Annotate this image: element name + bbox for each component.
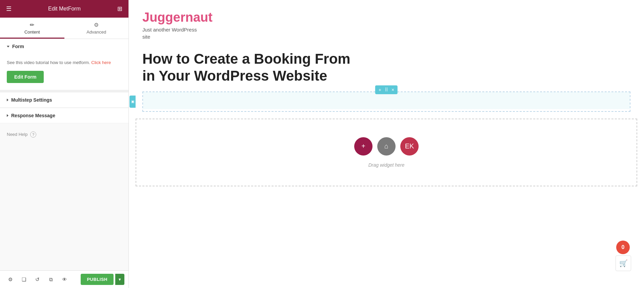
sidebar-tabs: ✏ Content ⚙ Advanced (0, 18, 128, 39)
hamburger-icon[interactable]: ☰ (6, 5, 12, 13)
site-title: Juggernaut (142, 10, 630, 25)
sidebar-content: Form See this video tutorial how to use … (0, 39, 128, 270)
widget-handle-icon: ▣ (131, 100, 134, 103)
form-chevron-icon (7, 46, 9, 47)
ek-widget-btn[interactable]: EK (400, 137, 419, 156)
tab-advanced-label: Advanced (86, 29, 106, 35)
notification-badge[interactable]: 0 (616, 241, 630, 254)
need-help-text: Need Help (7, 132, 27, 137)
history-icon-btn[interactable]: ↺ (31, 273, 43, 286)
widget-close-btn[interactable]: × (390, 86, 396, 93)
multistep-chevron-icon (7, 99, 8, 101)
publish-arrow-button[interactable]: ▾ (115, 274, 124, 285)
main-content: Juggernaut Just another WordPress site H… (129, 0, 644, 288)
layers-icon-btn[interactable]: ❏ (18, 273, 30, 286)
preview-icon-btn[interactable]: 👁 (58, 273, 71, 286)
form-section-header[interactable]: Form (0, 39, 128, 54)
drag-widget-text: Drag widget here (368, 162, 405, 168)
cart-icon-btn[interactable]: 🛒 (616, 255, 631, 271)
tab-content[interactable]: ✏ Content (0, 18, 64, 39)
widget-zone-wrapper: + ⠿ × ▣ (136, 91, 637, 112)
responsive-icon-btn[interactable]: ⧉ (45, 273, 57, 286)
sidebar-header: ☰ Edit MetForm ⊞ (0, 0, 128, 18)
gear-icon: ⚙ (94, 22, 99, 28)
page-header: Juggernaut Just another WordPress site (129, 0, 644, 47)
response-section-label: Response Message (11, 113, 55, 118)
grid-icon[interactable]: ⊞ (117, 5, 122, 13)
drag-zone: + ⌂ EK Drag widget here (136, 119, 637, 186)
sidebar-bottom-bar: ⚙ ❏ ↺ ⧉ 👁 PUBLISH ▾ (0, 270, 128, 288)
widget-zone (142, 91, 630, 112)
publish-button[interactable]: PUBLISH (81, 274, 114, 285)
sidebar: ☰ Edit MetForm ⊞ ✏ Content ⚙ Advanced Fo… (0, 0, 129, 288)
article-title: How to Create a Booking From in Your Wor… (129, 47, 644, 91)
settings-icon-btn[interactable]: ⚙ (4, 273, 16, 286)
tab-content-label: Content (24, 29, 40, 35)
sidebar-title: Edit MetForm (48, 6, 81, 12)
widget-add-btn[interactable]: + (377, 86, 383, 93)
widget-toolbar: + ⠿ × (375, 85, 398, 94)
widget-move-btn[interactable]: ⠿ (383, 86, 389, 93)
click-here-link[interactable]: Click here (91, 60, 111, 65)
widget-inner (143, 92, 630, 109)
form-section-label: Form (12, 44, 24, 49)
folder-widget-btn[interactable]: ⌂ (377, 137, 396, 156)
need-help-area: Need Help ? (0, 123, 128, 146)
site-subtitle: Just another WordPress site (142, 26, 630, 40)
form-section-body: See this video tutorial how to use metfo… (0, 54, 128, 92)
add-widget-btn[interactable]: + (354, 137, 373, 156)
response-chevron-icon (7, 114, 8, 117)
help-circle-icon[interactable]: ? (30, 131, 36, 138)
widget-left-handle[interactable]: ▣ (129, 96, 136, 108)
drag-zone-buttons: + ⌂ EK (354, 137, 419, 156)
pencil-icon: ✏ (30, 22, 34, 28)
multistep-section-label: Multistep Settings (11, 97, 52, 103)
tab-advanced[interactable]: ⚙ Advanced (64, 18, 129, 39)
response-section-header[interactable]: Response Message (0, 108, 128, 123)
edit-form-button[interactable]: Edit Form (7, 71, 44, 83)
tutorial-text: See this video tutorial how to use metfo… (7, 59, 122, 66)
multistep-section-header[interactable]: Multistep Settings (0, 92, 128, 108)
